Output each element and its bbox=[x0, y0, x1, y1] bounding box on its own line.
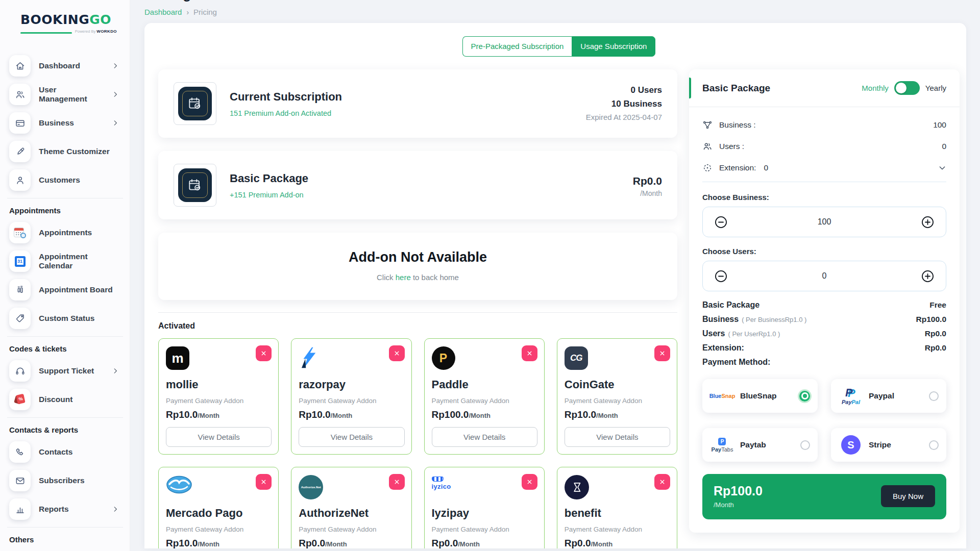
sidebar-item-dashboard[interactable]: Dashboard bbox=[0, 55, 130, 77]
payment-method-paytab[interactable]: PPayTabs Paytab bbox=[702, 428, 818, 462]
billing-toggle[interactable] bbox=[894, 81, 920, 95]
gateway-period: /Month bbox=[596, 412, 618, 419]
sidebar-item-custom-status[interactable]: Custom Status bbox=[0, 308, 130, 329]
gateway-name: AuthorizeNet bbox=[299, 507, 404, 520]
bluesnap-radio[interactable] bbox=[799, 391, 810, 402]
addon-not-available-title: Add-on Not Available bbox=[168, 249, 667, 265]
sidebar-item-user-management[interactable]: User Management bbox=[0, 84, 130, 105]
buy-now-button[interactable]: Buy Now bbox=[881, 485, 935, 507]
gateway-card-mercado-pago: Mercado Pago Payment Gateway Addon Rp10.… bbox=[158, 467, 279, 548]
toggle-knob bbox=[896, 83, 906, 93]
sidebar-nav: Dashboard User Management Business Theme… bbox=[0, 55, 130, 550]
gateway-name: Iyzipay bbox=[432, 507, 537, 520]
sidebar-item-appointments[interactable]: Appointments bbox=[0, 222, 130, 243]
users-increment-button[interactable] bbox=[921, 269, 935, 283]
remove-addon-button[interactable] bbox=[522, 345, 537, 361]
stat-extension[interactable]: Extension: 0 bbox=[702, 157, 946, 179]
total-price: Rp100.0 bbox=[714, 484, 763, 498]
sidebar-item-label: Reports bbox=[39, 505, 69, 514]
gateway-name: razorpay bbox=[299, 378, 404, 391]
panel-title: Basic Package bbox=[702, 83, 770, 94]
sidebar-item-label: Appointment Board bbox=[39, 285, 113, 294]
gateway-type-label: Payment Gateway Addon bbox=[565, 525, 670, 533]
sitemap-icon bbox=[702, 120, 713, 130]
remove-addon-button[interactable] bbox=[389, 345, 405, 361]
payment-method-paypal[interactable]: PPPayPal Paypal bbox=[831, 379, 946, 413]
paypal-logo: PPPayPal bbox=[839, 387, 863, 405]
mercadopago-logo bbox=[166, 475, 192, 496]
authorizenet-logo: Authorize.Net bbox=[299, 475, 323, 499]
users-stepper: 0 bbox=[702, 261, 946, 291]
tab-pre-packaged-subscription[interactable]: Pre-Packaged Subscription bbox=[462, 36, 572, 57]
brush-icon bbox=[9, 141, 31, 162]
payment-method-stripe[interactable]: S Stripe bbox=[831, 428, 946, 462]
chevron-down-icon[interactable] bbox=[938, 164, 946, 172]
users-icon bbox=[702, 141, 713, 152]
breadcrumb-dashboard-link[interactable]: Dashboard bbox=[144, 8, 182, 16]
sidebar-item-support-ticket[interactable]: Support Ticket bbox=[0, 360, 130, 382]
basic-package-card: Basic Package +151 Premium Add-on Rp0.0 … bbox=[158, 151, 677, 219]
gateway-card-authorizenet: Authorize.Net AuthorizeNet Payment Gatew… bbox=[291, 467, 411, 548]
sidebar-item-reports[interactable]: Reports bbox=[0, 498, 130, 520]
sidebar-item-appointment-board[interactable]: Appointment Board bbox=[0, 279, 130, 300]
remove-addon-button[interactable] bbox=[654, 474, 670, 490]
gateway-period: /Month bbox=[591, 540, 613, 548]
sidebar-item-discount[interactable]: % Discount bbox=[0, 389, 130, 410]
sidebar-item-customers[interactable]: Customers bbox=[0, 169, 130, 191]
stat-users-value: 0 bbox=[942, 142, 946, 151]
remove-addon-button[interactable] bbox=[522, 474, 537, 490]
back-home-link[interactable]: here bbox=[396, 273, 411, 282]
view-details-button[interactable]: View Details bbox=[565, 427, 670, 447]
stat-users: Users : 0 bbox=[702, 136, 946, 157]
gateway-card-razorpay: razorpay Payment Gateway Addon Rp10.0/Mo… bbox=[291, 338, 411, 455]
calendar-color-icon bbox=[9, 222, 31, 243]
page-title: Pricing bbox=[144, 0, 966, 2]
stat-business: Business : 100 bbox=[702, 114, 946, 136]
choose-business-label: Choose Business: bbox=[689, 186, 960, 207]
sidebar-item-theme-customizer[interactable]: Theme Customizer bbox=[0, 141, 130, 162]
stripe-radio[interactable] bbox=[929, 440, 939, 450]
price-summary: Basic Package Free Business ( Per Busine… bbox=[689, 294, 960, 373]
gateway-grid: m mollie Payment Gateway Addon Rp10.0/Mo… bbox=[158, 338, 677, 548]
users-decrement-button[interactable] bbox=[714, 269, 728, 283]
remove-addon-button[interactable] bbox=[389, 474, 405, 490]
summary-business-row: Business ( Per BusinessRp1.0 ) Rp100.0 bbox=[702, 315, 946, 324]
summary-users-row: Users ( Per UserRp1.0 ) Rp0.0 bbox=[702, 329, 946, 338]
basic-package-title: Basic Package bbox=[230, 172, 308, 185]
sidebar-item-appointment-calendar[interactable]: 31 Appointment Calendar bbox=[0, 251, 130, 272]
subscription-column: Current Subscription 151 Premium Add-on … bbox=[158, 69, 677, 548]
remove-addon-button[interactable] bbox=[256, 345, 272, 361]
payment-method-bluesnap[interactable]: BlueSnap BlueSnap bbox=[702, 379, 818, 413]
view-details-button[interactable]: View Details bbox=[299, 427, 404, 447]
view-details-button[interactable]: View Details bbox=[432, 427, 537, 447]
yearly-label[interactable]: Yearly bbox=[925, 84, 946, 92]
logo-text-accent: GO bbox=[89, 12, 111, 27]
sidebar-item-business[interactable]: Business bbox=[0, 112, 130, 134]
pricing-panel: Basic Package Monthly Yearly Business : … bbox=[689, 69, 960, 533]
business-increment-button[interactable] bbox=[921, 215, 935, 229]
remove-addon-button[interactable] bbox=[256, 474, 272, 490]
gateway-price: Rp100.0 bbox=[432, 409, 469, 420]
gateway-type-label: Payment Gateway Addon bbox=[432, 525, 537, 533]
envelope-icon bbox=[9, 470, 31, 491]
logo-underline bbox=[20, 32, 72, 34]
summary-business-value: Rp100.0 bbox=[916, 315, 946, 324]
remove-addon-button[interactable] bbox=[654, 345, 670, 361]
app-logo[interactable]: BOOKINGGO Powered By WORKDO bbox=[0, 7, 130, 37]
current-business-count: 10 Business bbox=[586, 97, 662, 111]
tab-usage-subscription[interactable]: Usage Subscription bbox=[572, 36, 655, 57]
monthly-label[interactable]: Monthly bbox=[862, 84, 889, 92]
view-details-button[interactable]: View Details bbox=[166, 427, 272, 447]
sidebar-item-subscribers[interactable]: Subscribers bbox=[0, 470, 130, 491]
paytab-radio[interactable] bbox=[800, 440, 810, 450]
sidebar-item-label: Custom Status bbox=[39, 314, 94, 323]
benefit-logo bbox=[565, 475, 589, 499]
business-decrement-button[interactable] bbox=[714, 215, 728, 229]
chevron-right-icon bbox=[112, 506, 119, 513]
gateway-price: Rp10.0 bbox=[565, 409, 596, 420]
page-title-clipped: Pricing bbox=[144, 0, 966, 5]
sidebar-item-contacts[interactable]: Contacts bbox=[0, 441, 130, 463]
paypal-radio[interactable] bbox=[929, 391, 939, 401]
breadcrumb-separator-icon: › bbox=[186, 8, 189, 16]
gateway-name: Paddle bbox=[432, 378, 537, 391]
